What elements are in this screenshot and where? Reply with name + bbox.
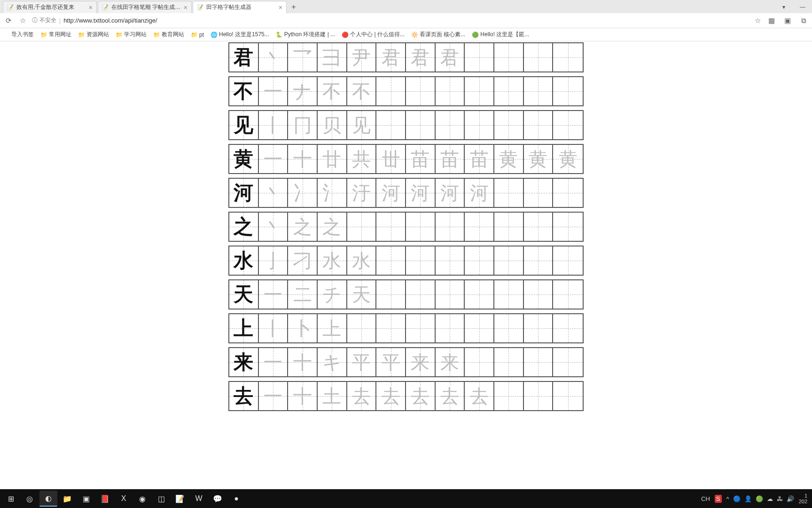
bookmark-item[interactable]: 📁学习网站 xyxy=(116,31,147,39)
tray-icon[interactable]: 🖧 xyxy=(777,495,783,502)
sogou-ime-icon[interactable]: S xyxy=(715,495,722,503)
tray-icon[interactable]: ^ xyxy=(726,495,729,502)
reading-list-icon[interactable]: ▦ xyxy=(767,16,776,25)
character-head-cell: 去 xyxy=(229,382,259,410)
character-head-cell: 来 xyxy=(229,348,259,376)
stroke-glyph: 尹 xyxy=(352,45,371,71)
stroke-cell xyxy=(524,382,554,410)
tab-favicon: 📝 xyxy=(7,4,14,11)
stroke-cell: 苗 xyxy=(436,145,465,173)
close-icon[interactable]: × xyxy=(279,4,282,11)
taskbar-app-icon[interactable]: 📕 xyxy=(96,491,114,507)
tray-icon[interactable]: 🔵 xyxy=(733,495,741,502)
browser-tab-2[interactable]: 📝 田字格字帖生成器 × xyxy=(193,1,287,13)
stroke-cell xyxy=(524,43,554,71)
bookmark-item[interactable]: 📁教育网站 xyxy=(153,31,184,39)
apps-icon[interactable]: ▣ xyxy=(783,16,792,25)
tray-icon[interactable]: 👤 xyxy=(744,495,752,502)
bookmark-item[interactable]: 🐍Python 环境搭建 | ... xyxy=(276,31,335,39)
stroke-cell: 去 xyxy=(376,382,406,410)
bookmark-item[interactable]: 🔴个人中心 | 什么值得... xyxy=(342,31,405,39)
stroke-glyph: 平 xyxy=(382,349,400,375)
stroke-cell: 亅 xyxy=(259,246,289,275)
stroke-cell xyxy=(524,314,554,342)
stroke-cell xyxy=(376,77,406,105)
tray-icon[interactable]: ☁ xyxy=(767,495,773,502)
stroke-cell: 冫 xyxy=(288,179,318,207)
browser-tab-0[interactable]: 📝 效有用,千金散尽还复来 × xyxy=(3,1,97,13)
bookmark-icon: 📁 xyxy=(78,32,85,38)
stroke-cell xyxy=(406,77,436,105)
taskbar-app-icon[interactable]: ● xyxy=(227,491,245,507)
stroke-cell: 十 xyxy=(288,145,318,173)
stroke-cell: 苗 xyxy=(465,145,494,173)
taskbar-app-icon[interactable]: ▣ xyxy=(77,491,95,507)
bookmark-item[interactable]: 📁pt xyxy=(191,32,204,38)
bookmark-label: Hello! 这里是1575... xyxy=(219,31,269,39)
tianzige-row: 君丶乛彐尹君君君 xyxy=(228,42,584,72)
taskbar-app-icon[interactable]: 💬 xyxy=(209,491,226,507)
taskbar-app-icon[interactable]: X xyxy=(115,491,133,507)
bookmark-item[interactable]: 📁资源网站 xyxy=(78,31,109,39)
stroke-cell: 之 xyxy=(318,213,347,241)
stroke-cell: 来 xyxy=(436,348,465,376)
stroke-cell xyxy=(494,246,524,275)
window-minimize-icon[interactable]: — xyxy=(793,1,812,13)
clock-date: 202 xyxy=(799,499,807,504)
stroke-cell: 君 xyxy=(376,43,406,71)
tray-icon[interactable]: 🔊 xyxy=(787,495,794,502)
bookmark-item[interactable]: 🌐Hello! 这里是1575... xyxy=(211,31,269,39)
bookmark-page-icon[interactable]: ☆ xyxy=(753,16,762,25)
browser-tab-1[interactable]: 📝 在线田字格笔顺 字帖生成器 - ... × xyxy=(98,1,192,13)
stroke-glyph: キ xyxy=(322,349,342,375)
page-content[interactable]: 君丶乛彐尹君君君不一ナ不不见丨冂贝见黄一十廿共丗苗苗苗黄黄黄河丶冫氵汙河河河河之… xyxy=(0,41,812,489)
tianzige-row: 河丶冫氵汙河河河河 xyxy=(228,178,584,208)
stroke-glyph: 亅 xyxy=(264,248,282,274)
close-icon[interactable]: × xyxy=(89,4,93,11)
bookmark-item[interactable]: 🔆看课页面 核心素... xyxy=(411,31,465,39)
site-info-icon[interactable]: ⓘ 不安全 xyxy=(32,16,56,24)
taskbar-app-icon[interactable]: ◉ xyxy=(133,491,151,507)
taskbar-clock[interactable]: 1 202 xyxy=(799,493,807,504)
bookmark-star-icon[interactable]: ☆ xyxy=(18,16,27,25)
stroke-cell xyxy=(406,314,436,342)
new-tab-button[interactable]: + xyxy=(288,1,300,13)
stroke-cell: 水 xyxy=(318,246,347,275)
stroke-glyph: 来 xyxy=(440,349,459,375)
stroke-cell: 不 xyxy=(347,77,377,105)
taskbar-app-icon[interactable]: 📝 xyxy=(171,491,189,507)
reload-icon[interactable]: ⟳ xyxy=(4,16,13,25)
stroke-glyph: 天 xyxy=(352,282,371,308)
taskbar-app-icon[interactable]: 📁 xyxy=(58,491,76,507)
stroke-cell xyxy=(553,348,583,376)
tab-overview-icon[interactable]: ⧉ xyxy=(799,16,808,25)
stroke-cell xyxy=(436,77,465,105)
window-menu-icon[interactable]: ▾ xyxy=(774,1,793,13)
stroke-cell: 去 xyxy=(465,382,494,410)
start-button[interactable]: ⊞ xyxy=(2,491,20,507)
taskbar-app-icon[interactable]: ◐ xyxy=(39,491,57,507)
character-head-cell: 不 xyxy=(229,77,259,105)
ime-indicator[interactable]: CH xyxy=(701,495,710,502)
close-icon[interactable]: × xyxy=(184,4,187,11)
stroke-cell xyxy=(553,179,583,207)
character-glyph: 之 xyxy=(234,214,253,240)
tray-icon[interactable]: 🟢 xyxy=(756,495,763,502)
taskbar-app-icon[interactable]: ◎ xyxy=(21,491,39,507)
taskbar-app-icon[interactable]: ◫ xyxy=(152,491,170,507)
bookmark-item[interactable]: 📁常用网址 xyxy=(40,31,71,39)
browser-tab-strip: 📝 效有用,千金散尽还复来 × 📝 在线田字格笔顺 字帖生成器 - ... × … xyxy=(0,0,812,13)
stroke-cell xyxy=(436,314,465,342)
stroke-cell: 见 xyxy=(347,111,377,139)
stroke-glyph: 平 xyxy=(352,349,371,375)
stroke-cell: キ xyxy=(318,348,347,376)
bookmark-item[interactable]: 🟢Hello! 这里是【匿... xyxy=(472,31,529,39)
url-box[interactable]: ⓘ 不安全 | http://www.txttool.com/api/tianz… xyxy=(32,16,748,24)
bookmark-label: 教育网站 xyxy=(162,31,184,39)
taskbar-app-icon[interactable]: W xyxy=(190,491,208,507)
stroke-cell xyxy=(465,111,494,139)
stroke-cell: 丗 xyxy=(376,145,406,173)
tab-title: 在线田字格笔顺 字帖生成器 - ... xyxy=(111,3,181,11)
bookmark-item[interactable]: 导入书签 xyxy=(3,31,34,39)
bookmark-label: 个人中心 | 什么值得... xyxy=(350,31,405,39)
